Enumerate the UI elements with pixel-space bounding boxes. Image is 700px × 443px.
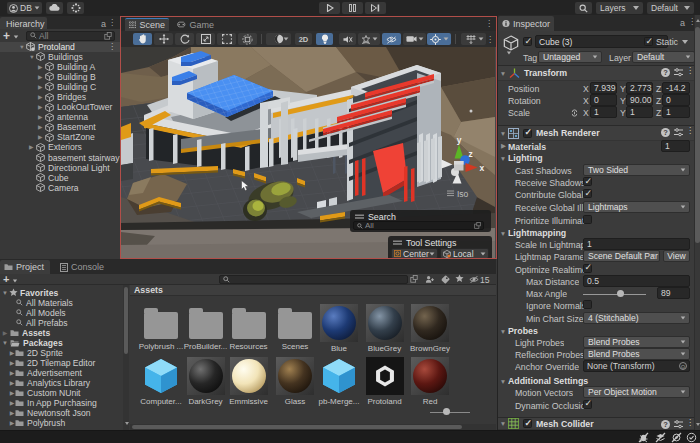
svg-text:Iso: Iso (457, 189, 469, 199)
svg-text:z: z (469, 149, 473, 159)
svg-text:x: x (480, 163, 485, 173)
svg-text:y: y (457, 135, 462, 145)
